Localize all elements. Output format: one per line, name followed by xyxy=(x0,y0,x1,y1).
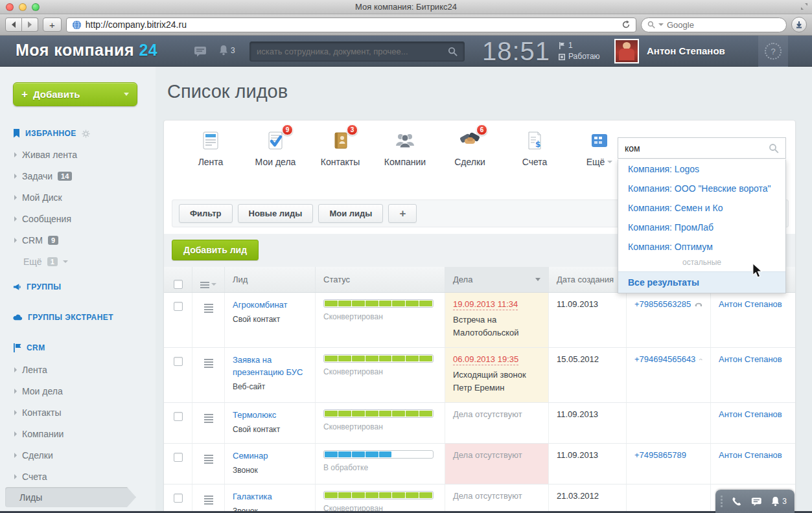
tab-invoices[interactable]: $ Счета xyxy=(502,129,567,167)
notifications-widget[interactable]: 3 xyxy=(771,496,787,507)
activity-cell[interactable]: Дела отсутствуют xyxy=(445,484,549,513)
work-clock[interactable]: 18:51 xyxy=(482,37,550,66)
column-header-status[interactable]: Статус xyxy=(316,267,445,292)
sidebar-item-crm-companies[interactable]: Компании xyxy=(0,423,156,444)
new-tab-button[interactable]: + xyxy=(43,17,62,32)
phone-icon[interactable] xyxy=(699,356,702,363)
sidebar-section-groups[interactable]: ГРУППЫ xyxy=(0,282,156,291)
header-notifications[interactable]: 3 xyxy=(218,45,235,56)
chat-icon[interactable] xyxy=(751,497,762,507)
search-result-item[interactable]: Компания: Logos xyxy=(618,159,785,179)
activity-cell[interactable]: Дела отсутствуют xyxy=(445,444,549,484)
avatar[interactable] xyxy=(614,39,639,63)
downloads-button[interactable] xyxy=(791,17,807,32)
activity-cell[interactable]: 19.09.2013 11:34Встреча на Малотобольско… xyxy=(445,293,549,347)
sidebar-item-crm-my-activities[interactable]: Мои дела xyxy=(0,380,156,402)
help-icon[interactable]: ? xyxy=(765,43,782,60)
forward-button[interactable] xyxy=(22,17,38,32)
sidebar-item-messages[interactable]: Сообщения xyxy=(0,208,156,229)
gear-icon[interactable] xyxy=(82,130,90,138)
tab-contacts[interactable]: 3 Контакты xyxy=(308,129,373,167)
user-name[interactable]: Антон Степанов xyxy=(647,45,725,56)
row-checkbox[interactable] xyxy=(174,412,183,421)
back-button[interactable] xyxy=(5,17,22,32)
sidebar-item-crm-deals[interactable]: Сделки xyxy=(0,444,156,466)
filter-button[interactable]: Фильтр xyxy=(179,204,233,223)
search-result-item[interactable]: Компания: ООО "Невские ворота" xyxy=(618,179,785,198)
row-menu-icon[interactable] xyxy=(204,455,213,464)
row-checkbox[interactable] xyxy=(174,494,183,503)
row-menu-icon[interactable] xyxy=(204,359,213,368)
lead-link[interactable]: Термолюкс xyxy=(233,409,307,422)
sidebar-item-crm-contacts[interactable]: Контакты xyxy=(0,402,156,423)
tab-companies[interactable]: Компании xyxy=(373,129,437,167)
sidebar-item-tasks[interactable]: Задачи14 xyxy=(0,165,156,187)
row-menu-icon[interactable] xyxy=(204,496,213,505)
lead-link[interactable]: Галактика xyxy=(233,491,307,503)
search-icon[interactable] xyxy=(769,143,779,154)
messenger-icon[interactable] xyxy=(194,46,207,57)
sidebar-item-more[interactable]: Ещё1 xyxy=(0,251,156,272)
search-icon[interactable] xyxy=(448,47,458,56)
header-search-field[interactable] xyxy=(249,41,465,62)
search-result-item[interactable]: Компания: Оптимум xyxy=(618,237,785,256)
add-preset-button[interactable]: + xyxy=(388,204,417,223)
sidebar-section-crm[interactable]: CRM xyxy=(0,343,156,352)
add-lead-button[interactable]: Добавить лид xyxy=(172,240,259,260)
presence-widget[interactable]: 1 Работаю xyxy=(559,40,600,62)
row-checkbox[interactable] xyxy=(174,453,183,462)
activity-cell[interactable]: Дела отсутствуют xyxy=(445,403,549,443)
lead-link[interactable]: Семинар xyxy=(233,450,307,462)
row-menu-icon[interactable] xyxy=(204,414,213,423)
sidebar-item-live-feed[interactable]: Живая лента xyxy=(0,144,156,165)
select-all-checkbox[interactable] xyxy=(174,280,183,289)
row-checkbox[interactable] xyxy=(174,357,183,366)
phone-link[interactable]: +79856563285 xyxy=(634,299,691,309)
reload-icon[interactable] xyxy=(621,20,631,29)
sidebar-item-crm-feed[interactable]: Лента xyxy=(0,359,156,380)
row-menu-icon[interactable] xyxy=(204,304,213,313)
row-checkbox[interactable] xyxy=(174,302,183,311)
column-header-created[interactable]: Дата создания xyxy=(549,267,627,292)
table-menu-icon[interactable] xyxy=(200,282,209,288)
browser-search-input[interactable] xyxy=(667,20,780,30)
activity-date[interactable]: 19.09.2013 11:34 xyxy=(453,299,518,310)
crm-search-input[interactable] xyxy=(625,143,769,154)
search-engine-caret-icon[interactable] xyxy=(658,23,664,26)
lead-link[interactable]: Агрокомбинат xyxy=(233,299,307,312)
address-bar[interactable] xyxy=(66,17,636,32)
preset-new-leads-button[interactable]: Новые лиды xyxy=(238,204,314,223)
preset-my-leads-button[interactable]: Мои лиды xyxy=(318,204,383,223)
column-header-lead[interactable]: Лид xyxy=(225,267,316,292)
phone-icon[interactable] xyxy=(695,301,702,308)
sidebar-section-extranet[interactable]: ГРУППЫ ЭКСТРАНЕТ xyxy=(0,313,156,322)
sidebar-item-crm-invoices[interactable]: Счета xyxy=(0,466,156,487)
phone-icon[interactable] xyxy=(732,496,742,507)
responsible-link[interactable]: Антон Степанов xyxy=(711,444,796,484)
activity-cell[interactable]: 06.09.2013 19:35Исходящий звонок Петр Ер… xyxy=(445,348,549,402)
search-result-item[interactable]: Компания: Семен и Ко xyxy=(618,198,785,218)
crm-search-field[interactable] xyxy=(618,137,786,159)
responsible-link[interactable]: Антон Степанов xyxy=(711,403,796,443)
phone-link[interactable]: +7495865789 xyxy=(634,450,686,460)
drag-handle-icon[interactable] xyxy=(721,496,723,507)
sidebar-item-my-drive[interactable]: Мой Диск xyxy=(0,187,156,208)
add-button[interactable]: + Добавить xyxy=(13,82,137,106)
sidebar-item-crm-leads[interactable]: Лиды xyxy=(5,487,136,507)
responsible-link[interactable]: Антон Степанов xyxy=(711,293,796,347)
sidebar-item-crm[interactable]: CRM9 xyxy=(0,229,156,251)
quick-actions-widget[interactable]: 3 xyxy=(715,490,795,513)
activity-date[interactable]: 06.09.2013 19:35 xyxy=(453,354,518,365)
search-result-item[interactable]: Компания: ПромЛаб xyxy=(618,218,785,237)
app-logo[interactable]: Моя компания 24 xyxy=(16,41,157,60)
lead-link[interactable]: Заявка на презентацию БУС xyxy=(233,354,307,379)
tab-feed[interactable]: Лента xyxy=(178,129,243,167)
url-input[interactable] xyxy=(86,19,618,30)
browser-search-field[interactable] xyxy=(641,17,787,32)
fullscreen-icon[interactable] xyxy=(800,3,808,10)
phone-link[interactable]: +794694565643 xyxy=(634,354,695,364)
tab-my-activities[interactable]: 9 Мои дела xyxy=(243,129,308,167)
responsible-link[interactable]: Антон Степанов xyxy=(711,348,796,402)
tab-deals[interactable]: 6 Сделки xyxy=(437,129,502,167)
header-search-input[interactable] xyxy=(257,47,448,56)
